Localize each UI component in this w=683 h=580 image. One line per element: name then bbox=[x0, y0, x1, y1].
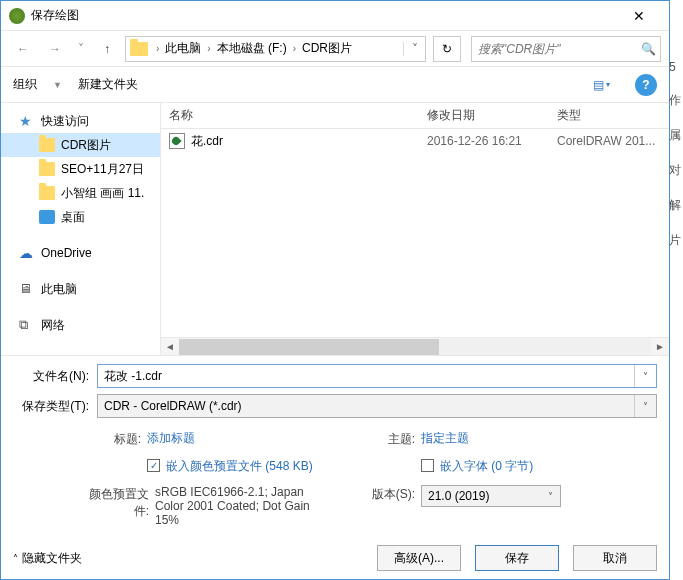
close-icon[interactable]: ✕ bbox=[617, 2, 661, 30]
dialog-title: 保存绘图 bbox=[31, 7, 617, 24]
view-button[interactable]: ▤▾ bbox=[583, 73, 619, 97]
bottom-panel: 文件名(N): ˅ 保存类型(T): CDR - CorelDRAW (*.cd… bbox=[1, 355, 669, 537]
cancel-button[interactable]: 取消 bbox=[573, 545, 657, 571]
right-strip: 5 作 属 对 解 片 bbox=[669, 60, 683, 249]
folder-icon bbox=[39, 186, 55, 200]
cdr-file-icon bbox=[169, 133, 185, 149]
embed-font-label[interactable]: 嵌入字体 (0 字节) bbox=[440, 458, 533, 475]
navbar: ← → ˅ ↑ › 此电脑 › 本地磁盘 (F:) › CDR图片 ˅ ↻ 🔍 bbox=[1, 31, 669, 67]
sidebar-onedrive[interactable]: ☁ OneDrive bbox=[1, 241, 160, 265]
search-icon[interactable]: 🔍 bbox=[636, 42, 660, 56]
profile-value: sRGB IEC61966-2.1; Japan Color 2001 Coat… bbox=[155, 485, 325, 527]
save-dialog: 保存绘图 ✕ ← → ˅ ↑ › 此电脑 › 本地磁盘 (F:) › CDR图片… bbox=[0, 0, 670, 580]
subject-label: 主题: bbox=[349, 430, 415, 448]
chevron-down-icon: ▼ bbox=[53, 80, 62, 90]
column-type[interactable]: 类型 bbox=[549, 107, 669, 124]
hide-folders-toggle[interactable]: ˄ 隐藏文件夹 bbox=[13, 550, 82, 567]
search-box[interactable]: 🔍 bbox=[471, 36, 661, 62]
new-folder-button[interactable]: 新建文件夹 bbox=[78, 76, 138, 93]
sidebar-this-pc[interactable]: 🖥 此电脑 bbox=[1, 277, 160, 301]
subject-link[interactable]: 指定主题 bbox=[421, 430, 469, 447]
scroll-right-icon[interactable]: ► bbox=[651, 341, 669, 352]
embed-profile-label[interactable]: 嵌入颜色预置文件 (548 KB) bbox=[166, 458, 313, 475]
breadcrumb[interactable]: › 此电脑 › 本地磁盘 (F:) › CDR图片 ˅ bbox=[125, 36, 426, 62]
options: 标题: 添加标题 ✓ 嵌入颜色预置文件 (548 KB) 颜色预置文件: sRG… bbox=[13, 424, 657, 527]
sidebar-item-cdr[interactable]: CDR图片 bbox=[1, 133, 160, 157]
breadcrumb-dropdown[interactable]: ˅ bbox=[403, 42, 425, 56]
chevron-right-icon: › bbox=[203, 43, 214, 54]
folder-icon bbox=[39, 162, 55, 176]
filename-field[interactable]: ˅ bbox=[97, 364, 657, 388]
save-button[interactable]: 保存 bbox=[475, 545, 559, 571]
organize-menu[interactable]: 组织 bbox=[13, 76, 37, 93]
chevron-down-icon[interactable]: ˅ bbox=[634, 365, 656, 387]
body: ★ 快速访问 CDR图片 SEO+11月27日 小智组 画画 11. 桌面 ☁ bbox=[1, 103, 669, 355]
title-label: 标题: bbox=[75, 430, 141, 448]
filetype-label: 保存类型(T): bbox=[13, 398, 89, 415]
folder-icon bbox=[130, 42, 148, 56]
breadcrumb-item[interactable]: CDR图片 bbox=[300, 40, 354, 57]
folder-icon bbox=[39, 138, 55, 152]
toolbar: 组织 ▼ 新建文件夹 ▤▾ ? bbox=[1, 67, 669, 103]
version-label: 版本(S): bbox=[349, 485, 415, 503]
chevron-right-icon: › bbox=[289, 43, 300, 54]
sidebar-network[interactable]: ⧉ 网络 bbox=[1, 313, 160, 337]
sidebar: ★ 快速访问 CDR图片 SEO+11月27日 小智组 画画 11. 桌面 ☁ bbox=[1, 103, 161, 355]
chevron-down-icon[interactable]: ˅ bbox=[634, 395, 656, 417]
sidebar-item-xiaozhi[interactable]: 小智组 画画 11. bbox=[1, 181, 160, 205]
file-type: CorelDRAW 201... bbox=[549, 134, 669, 148]
embed-profile-checkbox[interactable]: ✓ bbox=[147, 459, 160, 472]
back-button[interactable]: ← bbox=[9, 36, 37, 62]
refresh-button[interactable]: ↻ bbox=[433, 36, 461, 62]
advanced-button[interactable]: 高级(A)... bbox=[377, 545, 461, 571]
file-list: 名称 修改日期 类型 花.cdr 2016-12-26 16:21 CorelD… bbox=[161, 103, 669, 355]
scroll-thumb[interactable] bbox=[179, 339, 439, 355]
chevron-down-icon[interactable]: ˅ bbox=[540, 491, 560, 502]
file-rows: 花.cdr 2016-12-26 16:21 CorelDRAW 201... bbox=[161, 129, 669, 337]
forward-button: → bbox=[41, 36, 69, 62]
breadcrumb-item[interactable]: 本地磁盘 (F:) bbox=[215, 40, 289, 57]
column-date[interactable]: 修改日期 bbox=[419, 107, 549, 124]
version-select[interactable]: 21.0 (2019) ˅ bbox=[421, 485, 561, 507]
chevron-right-icon: › bbox=[152, 43, 163, 54]
cloud-icon: ☁ bbox=[19, 246, 35, 260]
file-date: 2016-12-26 16:21 bbox=[419, 134, 549, 148]
app-icon bbox=[9, 8, 25, 24]
scroll-left-icon[interactable]: ◄ bbox=[161, 341, 179, 352]
add-title-link[interactable]: 添加标题 bbox=[147, 430, 195, 447]
file-name: 花.cdr bbox=[191, 133, 223, 150]
up-button[interactable]: ↑ bbox=[93, 36, 121, 62]
embed-font-checkbox[interactable] bbox=[421, 459, 434, 472]
horizontal-scrollbar[interactable]: ◄ ► bbox=[161, 337, 669, 355]
column-headers: 名称 修改日期 类型 bbox=[161, 103, 669, 129]
titlebar: 保存绘图 ✕ bbox=[1, 1, 669, 31]
sidebar-quick-access[interactable]: ★ 快速访问 bbox=[1, 109, 160, 133]
filetype-value: CDR - CorelDRAW (*.cdr) bbox=[98, 399, 634, 413]
history-dropdown[interactable]: ˅ bbox=[73, 42, 89, 56]
version-value: 21.0 (2019) bbox=[422, 489, 540, 503]
sidebar-item-seo[interactable]: SEO+11月27日 bbox=[1, 157, 160, 181]
network-icon: ⧉ bbox=[19, 318, 35, 332]
star-icon: ★ bbox=[19, 114, 35, 128]
chevron-up-icon: ˄ bbox=[13, 553, 18, 564]
desktop-icon bbox=[39, 210, 55, 224]
column-name[interactable]: 名称 bbox=[161, 107, 419, 124]
sidebar-item-desktop[interactable]: 桌面 bbox=[1, 205, 160, 229]
footer: ˄ 隐藏文件夹 高级(A)... 保存 取消 bbox=[1, 537, 669, 579]
help-button[interactable]: ? bbox=[635, 74, 657, 96]
breadcrumb-item[interactable]: 此电脑 bbox=[163, 40, 203, 57]
pc-icon: 🖥 bbox=[19, 282, 35, 296]
file-row[interactable]: 花.cdr 2016-12-26 16:21 CorelDRAW 201... bbox=[161, 129, 669, 153]
profile-label: 颜色预置文件: bbox=[75, 485, 149, 520]
search-input[interactable] bbox=[472, 42, 636, 56]
filename-input[interactable] bbox=[98, 369, 634, 383]
filetype-field[interactable]: CDR - CorelDRAW (*.cdr) ˅ bbox=[97, 394, 657, 418]
filename-label: 文件名(N): bbox=[13, 368, 89, 385]
